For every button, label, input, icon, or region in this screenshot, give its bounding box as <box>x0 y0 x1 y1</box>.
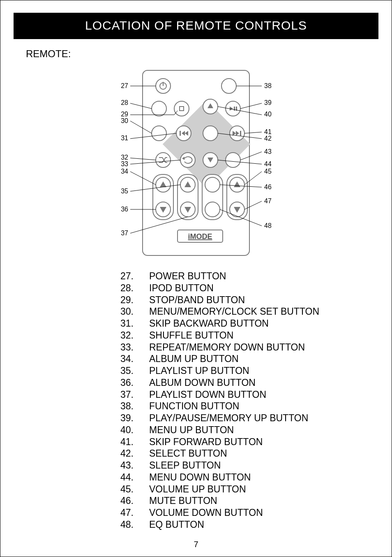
legend-number: 37. <box>120 389 149 401</box>
legend-number: 47. <box>120 507 149 519</box>
legend-row: 41.SKIP FORWARD BUTTON <box>120 436 378 448</box>
callout-num: 30 <box>121 117 128 124</box>
callout-num: 33 <box>121 160 128 167</box>
callout-num: 47 <box>264 197 272 204</box>
legend-label: SELECT BUTTON <box>149 448 227 460</box>
svg-point-5 <box>221 79 236 93</box>
legend-row: 37.PLAYLIST DOWN BUTTON <box>120 389 378 401</box>
legend-label: MUTE BUTTON <box>149 495 217 507</box>
callout-num: 28 <box>121 99 128 106</box>
eq-button <box>205 202 220 217</box>
callout-num: 32 <box>121 154 128 161</box>
legend-row: 44.MENU DOWN BUTTON <box>120 471 378 483</box>
callout-num: 41 <box>264 128 272 135</box>
legend-number: 46. <box>120 495 149 507</box>
menu-up-icon <box>203 99 218 114</box>
function-button <box>221 79 236 93</box>
svg-point-6 <box>152 101 166 116</box>
legend-label: MENU UP BUTTON <box>149 424 234 436</box>
legend-row: 36.ALBUM DOWN BUTTON <box>120 377 378 389</box>
legend-label: ALBUM DOWN BUTTON <box>149 377 256 389</box>
legend-number: 39. <box>120 412 149 424</box>
mute-button <box>205 177 220 192</box>
legend-label: STOP/BAND BUTTON <box>149 294 245 306</box>
volume-up-icon <box>230 177 244 192</box>
legend-row: 40.MENU UP BUTTON <box>120 424 378 436</box>
legend-row: 35.PLAYLIST UP BUTTON <box>120 365 378 377</box>
legend-row: 46.MUTE BUTTON <box>120 495 378 507</box>
legend-label: SKIP FORWARD BUTTON <box>149 436 263 448</box>
svg-point-26 <box>180 153 195 167</box>
select-button <box>203 126 218 141</box>
legend-number: 36. <box>120 377 149 389</box>
album-down-icon <box>156 202 171 217</box>
legend-number: 41. <box>120 436 149 448</box>
brand-logo: iMODE <box>188 232 212 241</box>
callout-num: 43 <box>264 148 272 155</box>
legend-number: 33. <box>120 341 149 353</box>
svg-point-25 <box>156 153 171 167</box>
legend-number: 28. <box>120 282 149 294</box>
stop-icon <box>174 101 189 116</box>
svg-point-30 <box>226 153 240 167</box>
legend-row: 47.VOLUME DOWN BUTTON <box>120 507 378 519</box>
legend-label: SHUFFLE BUTTON <box>149 330 233 341</box>
legend-row: 34.ALBUM UP BUTTON <box>120 353 378 365</box>
legend-row: 27.POWER BUTTON <box>120 270 378 282</box>
callout-num: 48 <box>264 222 272 229</box>
remote-diagram: iMODE <box>65 65 327 263</box>
legend-number: 44. <box>120 471 149 483</box>
svg-point-39 <box>205 177 220 192</box>
legend-label: PLAY/PAUSE/MEMORY UP BUTTON <box>149 412 308 424</box>
legend-number: 43. <box>120 460 149 471</box>
legend-row: 28.IPOD BUTTON <box>120 282 378 294</box>
control-legend: 27.POWER BUTTON28.IPOD BUTTON29.STOP/BAN… <box>120 270 378 531</box>
page-number: 7 <box>0 540 392 549</box>
legend-row: 32.SHUFFLE BUTTON <box>120 330 378 341</box>
legend-row: 42.SELECT BUTTON <box>120 448 378 460</box>
legend-number: 45. <box>120 483 149 495</box>
legend-number: 34. <box>120 353 149 365</box>
legend-row: 33.REPEAT/MEMORY DOWN BUTTON <box>120 341 378 353</box>
legend-label: VOLUME UP BUTTON <box>149 483 246 495</box>
legend-label: MENU/MEMORY/CLOCK SET BUTTON <box>149 306 319 318</box>
page-title: LOCATION OF REMOTE CONTROLS <box>14 13 378 39</box>
legend-label: PLAYLIST UP BUTTON <box>149 365 249 377</box>
legend-number: 31. <box>120 318 149 330</box>
svg-point-7 <box>174 101 189 116</box>
callout-num: 46 <box>264 183 272 190</box>
sleep-button <box>226 153 240 167</box>
legend-row: 39.PLAY/PAUSE/MEMORY UP BUTTON <box>120 412 378 424</box>
playlist-up-icon <box>180 177 195 192</box>
legend-number: 35. <box>120 365 149 377</box>
section-subheading: REMOTE: <box>26 48 378 60</box>
legend-label: MENU DOWN BUTTON <box>149 471 251 483</box>
shuffle-icon <box>156 153 171 167</box>
legend-row: 29.STOP/BAND BUTTON <box>120 294 378 306</box>
volume-down-icon <box>230 202 244 217</box>
legend-number: 48. <box>120 519 149 531</box>
callout-num: 27 <box>121 82 128 89</box>
legend-row: 31.SKIP BACKWARD BUTTON <box>120 318 378 330</box>
legend-label: POWER BUTTON <box>149 270 226 282</box>
legend-row: 38.FUNCTION BUTTON <box>120 400 378 412</box>
power-icon <box>156 79 171 93</box>
ipod-button <box>152 101 166 116</box>
callout-num: 42 <box>264 135 272 142</box>
legend-label: SLEEP BUTTON <box>149 460 221 471</box>
legend-label: ALBUM UP BUTTON <box>149 353 239 365</box>
skip-forward-icon <box>230 126 244 141</box>
callout-num: 35 <box>121 188 128 195</box>
menu-down-icon <box>203 153 218 167</box>
callout-num: 37 <box>121 230 128 237</box>
repeat-icon <box>180 153 195 167</box>
legend-row: 48.EQ BUTTON <box>120 519 378 531</box>
legend-number: 32. <box>120 330 149 341</box>
legend-row: 30.MENU/MEMORY/CLOCK SET BUTTON <box>120 306 378 318</box>
skip-backward-icon <box>176 126 191 141</box>
legend-label: REPEAT/MEMORY DOWN BUTTON <box>149 341 305 353</box>
legend-label: IPOD BUTTON <box>149 282 214 294</box>
menu-button <box>152 126 166 141</box>
svg-rect-17 <box>180 131 181 136</box>
callout-num: 40 <box>264 111 272 118</box>
